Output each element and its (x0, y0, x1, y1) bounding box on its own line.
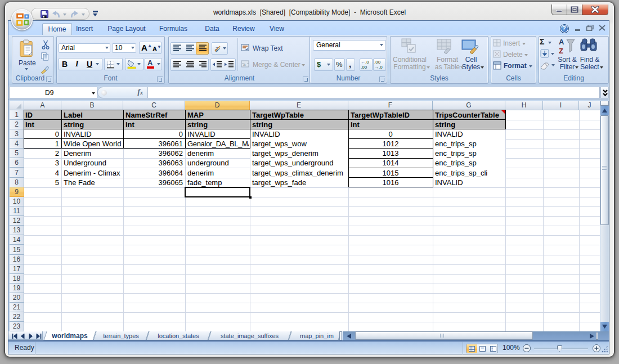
svg-text:Z: Z (559, 47, 563, 55)
svg-text:A: A (559, 38, 564, 46)
svg-text:a: a (243, 62, 246, 67)
